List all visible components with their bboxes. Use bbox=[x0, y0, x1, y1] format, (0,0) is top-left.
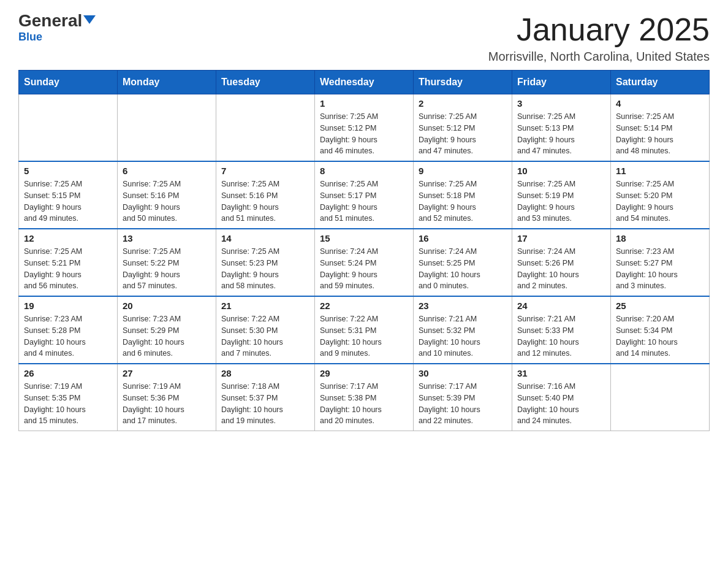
calendar-day-cell: 23Sunrise: 7:21 AMSunset: 5:32 PMDayligh… bbox=[414, 296, 512, 364]
day-info: Sunrise: 7:25 AMSunset: 5:20 PMDaylight:… bbox=[616, 178, 704, 224]
calendar-day-cell: 15Sunrise: 7:24 AMSunset: 5:24 PMDayligh… bbox=[315, 229, 414, 296]
day-info: Sunrise: 7:17 AMSunset: 5:39 PMDaylight:… bbox=[419, 381, 507, 427]
day-number: 15 bbox=[320, 233, 408, 243]
day-number: 24 bbox=[517, 301, 605, 311]
calendar-day-cell: 17Sunrise: 7:24 AMSunset: 5:26 PMDayligh… bbox=[512, 229, 611, 296]
calendar-day-cell: 30Sunrise: 7:17 AMSunset: 5:39 PMDayligh… bbox=[414, 364, 512, 431]
calendar-day-cell: 31Sunrise: 7:16 AMSunset: 5:40 PMDayligh… bbox=[512, 364, 611, 431]
day-number: 30 bbox=[419, 368, 507, 378]
calendar-day-cell: 22Sunrise: 7:22 AMSunset: 5:31 PMDayligh… bbox=[315, 296, 414, 364]
calendar-day-cell bbox=[611, 364, 710, 431]
day-info: Sunrise: 7:25 AMSunset: 5:13 PMDaylight:… bbox=[517, 111, 605, 157]
month-title: January 2025 bbox=[488, 12, 710, 47]
calendar-week-row: 26Sunrise: 7:19 AMSunset: 5:35 PMDayligh… bbox=[19, 364, 710, 431]
calendar-week-row: 5Sunrise: 7:25 AMSunset: 5:15 PMDaylight… bbox=[19, 161, 710, 229]
calendar-day-cell: 2Sunrise: 7:25 AMSunset: 5:12 PMDaylight… bbox=[414, 94, 512, 162]
calendar-day-cell: 28Sunrise: 7:18 AMSunset: 5:37 PMDayligh… bbox=[216, 364, 315, 431]
location-title: Morrisville, North Carolina, United Stat… bbox=[488, 50, 710, 64]
calendar-day-cell: 5Sunrise: 7:25 AMSunset: 5:15 PMDaylight… bbox=[19, 161, 118, 229]
weekday-header-thursday: Thursday bbox=[414, 71, 512, 94]
day-info: Sunrise: 7:22 AMSunset: 5:30 PMDaylight:… bbox=[221, 313, 309, 359]
calendar-day-cell: 26Sunrise: 7:19 AMSunset: 5:35 PMDayligh… bbox=[19, 364, 118, 431]
title-area: January 2025 Morrisville, North Carolina… bbox=[488, 12, 710, 64]
day-info: Sunrise: 7:21 AMSunset: 5:33 PMDaylight:… bbox=[517, 313, 605, 359]
calendar-day-cell: 7Sunrise: 7:25 AMSunset: 5:16 PMDaylight… bbox=[216, 161, 315, 229]
day-number: 13 bbox=[123, 233, 211, 243]
day-number: 23 bbox=[419, 301, 507, 311]
calendar-day-cell: 21Sunrise: 7:22 AMSunset: 5:30 PMDayligh… bbox=[216, 296, 315, 364]
day-number: 6 bbox=[123, 166, 211, 176]
calendar-week-row: 12Sunrise: 7:25 AMSunset: 5:21 PMDayligh… bbox=[19, 229, 710, 296]
day-info: Sunrise: 7:25 AMSunset: 5:12 PMDaylight:… bbox=[419, 111, 507, 157]
day-info: Sunrise: 7:25 AMSunset: 5:19 PMDaylight:… bbox=[517, 178, 605, 224]
day-info: Sunrise: 7:18 AMSunset: 5:37 PMDaylight:… bbox=[221, 381, 309, 427]
day-info: Sunrise: 7:25 AMSunset: 5:16 PMDaylight:… bbox=[123, 178, 211, 224]
logo-main-text: General bbox=[18, 12, 96, 29]
calendar-day-cell: 16Sunrise: 7:24 AMSunset: 5:25 PMDayligh… bbox=[414, 229, 512, 296]
weekday-header-wednesday: Wednesday bbox=[315, 71, 414, 94]
calendar-week-row: 1Sunrise: 7:25 AMSunset: 5:12 PMDaylight… bbox=[19, 94, 710, 162]
day-number: 21 bbox=[221, 301, 309, 311]
day-number: 18 bbox=[616, 233, 704, 243]
weekday-header-monday: Monday bbox=[118, 71, 216, 94]
calendar-day-cell: 18Sunrise: 7:23 AMSunset: 5:27 PMDayligh… bbox=[611, 229, 710, 296]
day-number: 5 bbox=[24, 166, 112, 176]
calendar-day-cell: 14Sunrise: 7:25 AMSunset: 5:23 PMDayligh… bbox=[216, 229, 315, 296]
day-info: Sunrise: 7:24 AMSunset: 5:26 PMDaylight:… bbox=[517, 246, 605, 292]
weekday-header-sunday: Sunday bbox=[19, 71, 118, 94]
calendar-day-cell: 11Sunrise: 7:25 AMSunset: 5:20 PMDayligh… bbox=[611, 161, 710, 229]
calendar-day-cell bbox=[19, 94, 118, 162]
calendar-day-cell: 8Sunrise: 7:25 AMSunset: 5:17 PMDaylight… bbox=[315, 161, 414, 229]
weekday-header-tuesday: Tuesday bbox=[216, 71, 315, 94]
day-info: Sunrise: 7:20 AMSunset: 5:34 PMDaylight:… bbox=[616, 313, 704, 359]
day-info: Sunrise: 7:16 AMSunset: 5:40 PMDaylight:… bbox=[517, 381, 605, 427]
day-number: 2 bbox=[419, 98, 507, 109]
day-number: 16 bbox=[419, 233, 507, 243]
weekday-header-saturday: Saturday bbox=[611, 71, 710, 94]
day-info: Sunrise: 7:23 AMSunset: 5:27 PMDaylight:… bbox=[616, 246, 704, 292]
day-number: 11 bbox=[616, 166, 704, 176]
day-number: 12 bbox=[24, 233, 112, 243]
calendar-week-row: 19Sunrise: 7:23 AMSunset: 5:28 PMDayligh… bbox=[19, 296, 710, 364]
day-info: Sunrise: 7:19 AMSunset: 5:35 PMDaylight:… bbox=[24, 381, 112, 427]
logo-triangle-icon bbox=[83, 15, 96, 24]
calendar-day-cell: 9Sunrise: 7:25 AMSunset: 5:18 PMDaylight… bbox=[414, 161, 512, 229]
day-info: Sunrise: 7:19 AMSunset: 5:36 PMDaylight:… bbox=[123, 381, 211, 427]
calendar-day-cell: 19Sunrise: 7:23 AMSunset: 5:28 PMDayligh… bbox=[19, 296, 118, 364]
calendar-day-cell: 25Sunrise: 7:20 AMSunset: 5:34 PMDayligh… bbox=[611, 296, 710, 364]
calendar-day-cell bbox=[216, 94, 315, 162]
day-info: Sunrise: 7:22 AMSunset: 5:31 PMDaylight:… bbox=[320, 313, 408, 359]
calendar-day-cell: 10Sunrise: 7:25 AMSunset: 5:19 PMDayligh… bbox=[512, 161, 611, 229]
day-info: Sunrise: 7:23 AMSunset: 5:29 PMDaylight:… bbox=[123, 313, 211, 359]
day-number: 3 bbox=[517, 98, 605, 109]
calendar-day-cell: 3Sunrise: 7:25 AMSunset: 5:13 PMDaylight… bbox=[512, 94, 611, 162]
day-info: Sunrise: 7:25 AMSunset: 5:18 PMDaylight:… bbox=[419, 178, 507, 224]
day-number: 4 bbox=[616, 98, 704, 109]
logo-sub-text: Blue bbox=[18, 31, 42, 44]
day-info: Sunrise: 7:25 AMSunset: 5:15 PMDaylight:… bbox=[24, 178, 112, 224]
calendar-day-cell: 27Sunrise: 7:19 AMSunset: 5:36 PMDayligh… bbox=[118, 364, 216, 431]
day-info: Sunrise: 7:17 AMSunset: 5:38 PMDaylight:… bbox=[320, 381, 408, 427]
day-info: Sunrise: 7:21 AMSunset: 5:32 PMDaylight:… bbox=[419, 313, 507, 359]
calendar-day-cell: 29Sunrise: 7:17 AMSunset: 5:38 PMDayligh… bbox=[315, 364, 414, 431]
day-number: 26 bbox=[24, 368, 112, 378]
calendar-day-cell: 24Sunrise: 7:21 AMSunset: 5:33 PMDayligh… bbox=[512, 296, 611, 364]
day-number: 9 bbox=[419, 166, 507, 176]
day-number: 25 bbox=[616, 301, 704, 311]
day-number: 22 bbox=[320, 301, 408, 311]
calendar-day-cell bbox=[118, 94, 216, 162]
day-number: 8 bbox=[320, 166, 408, 176]
day-info: Sunrise: 7:25 AMSunset: 5:12 PMDaylight:… bbox=[320, 111, 408, 157]
day-info: Sunrise: 7:25 AMSunset: 5:23 PMDaylight:… bbox=[221, 246, 309, 292]
day-info: Sunrise: 7:23 AMSunset: 5:28 PMDaylight:… bbox=[24, 313, 112, 359]
day-number: 31 bbox=[517, 368, 605, 378]
calendar-day-cell: 12Sunrise: 7:25 AMSunset: 5:21 PMDayligh… bbox=[19, 229, 118, 296]
day-info: Sunrise: 7:25 AMSunset: 5:22 PMDaylight:… bbox=[123, 246, 211, 292]
day-number: 28 bbox=[221, 368, 309, 378]
calendar-day-cell: 6Sunrise: 7:25 AMSunset: 5:16 PMDaylight… bbox=[118, 161, 216, 229]
weekday-header-friday: Friday bbox=[512, 71, 611, 94]
day-number: 14 bbox=[221, 233, 309, 243]
day-info: Sunrise: 7:24 AMSunset: 5:24 PMDaylight:… bbox=[320, 246, 408, 292]
calendar-table: SundayMondayTuesdayWednesdayThursdayFrid… bbox=[18, 70, 710, 431]
day-number: 20 bbox=[123, 301, 211, 311]
